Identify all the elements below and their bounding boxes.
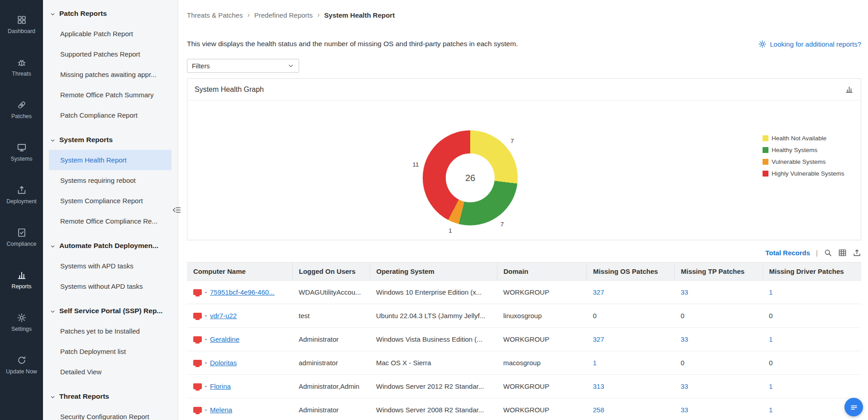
sidebar-item-detailed-view[interactable]: Detailed View xyxy=(49,362,172,382)
donut-ring[interactable]: 26 xyxy=(423,130,518,225)
missing-patches-link[interactable]: 327 xyxy=(593,335,604,343)
missing-patches-link[interactable]: 1 xyxy=(769,382,773,390)
sidebar-item-system-health-report[interactable]: System Health Report xyxy=(49,150,172,170)
filters-dropdown[interactable]: Filters xyxy=(187,59,299,73)
column-header-operating-system[interactable]: Operating System xyxy=(370,262,497,281)
column-header-domain[interactable]: Domain xyxy=(497,262,587,281)
table-header: Computer NameLogged On UsersOperating Sy… xyxy=(187,262,861,281)
missing-patches-link[interactable]: 33 xyxy=(681,335,688,343)
legend-swatch xyxy=(763,171,768,177)
missing-patches-link[interactable]: 1 xyxy=(769,335,773,343)
sidebar-section-self-service-portal-ssp-rep: Self Service Portal (SSP) Rep...Patches … xyxy=(43,305,178,382)
sidebar-item-systems-without-apd-tasks[interactable]: Systems without APD tasks xyxy=(49,276,172,296)
section-title: Self Service Portal (SSP) Rep... xyxy=(59,307,162,315)
sidebar-item-systems-with-apd-tasks[interactable]: Systems with APD tasks xyxy=(49,256,172,276)
sidebar-section-system-reports: System ReportsSystem Health ReportSystem… xyxy=(43,134,178,231)
search-icon[interactable] xyxy=(824,248,832,257)
caret-down-icon[interactable] xyxy=(205,363,207,365)
column-header-missing-tp-patches[interactable]: Missing TP Patches xyxy=(674,262,763,281)
section-header-system-reports[interactable]: System Reports xyxy=(43,134,178,146)
chat-fab[interactable] xyxy=(844,398,863,416)
missing-patches-link[interactable]: 327 xyxy=(593,288,604,296)
nav-item-deployment[interactable]: Deployment xyxy=(0,174,43,216)
sidebar-item-security-configuration-report[interactable]: Security Configuration Report xyxy=(49,406,172,420)
computer-icon xyxy=(193,360,202,366)
breadcrumb-item-threats-patches[interactable]: Threats & Patches xyxy=(187,11,243,19)
page-description: This view displays the health status and… xyxy=(187,40,518,48)
computer-icon xyxy=(193,407,202,413)
caret-down-icon[interactable] xyxy=(205,315,207,318)
computer-name-link[interactable]: Florina xyxy=(210,382,231,390)
section-title: Automate Patch Deploymen... xyxy=(59,242,158,250)
section-header-patch-reports[interactable]: Patch Reports xyxy=(43,7,178,20)
missing-patches-value: 0 xyxy=(681,359,684,367)
column-header-missing-os-patches[interactable]: Missing OS Patches xyxy=(587,262,674,281)
legend-label: Healthy Systems xyxy=(772,147,817,153)
domain-value: WORKGROUP xyxy=(503,288,549,296)
column-header-missing-driver-patches[interactable]: Missing Driver Patches xyxy=(763,262,861,281)
computer-name-link[interactable]: Geraldine xyxy=(210,335,239,343)
dashboard-icon xyxy=(17,15,27,25)
sidebar-item-supported-patches-report[interactable]: Supported Patches Report xyxy=(49,44,172,64)
additional-reports-link[interactable]: Looking for additional reports? xyxy=(758,40,861,48)
chart-type-icon[interactable] xyxy=(845,85,854,94)
nav-item-label: Settings xyxy=(11,326,32,332)
systems-icon xyxy=(17,143,27,153)
breadcrumb-item-predefined-reports[interactable]: Predefined Reports xyxy=(254,11,313,19)
computer-name-link[interactable]: 75951bcf-4e96-460... xyxy=(210,288,275,296)
section-header-automate-patch-deploymen[interactable]: Automate Patch Deploymen... xyxy=(43,239,178,252)
computer-name-link[interactable]: Melena xyxy=(210,406,232,414)
column-header-logged-on-users[interactable]: Logged On Users xyxy=(292,262,370,281)
computer-name-link[interactable]: vdr7-u22 xyxy=(210,312,237,320)
nav-item-patches[interactable]: Patches xyxy=(0,89,43,131)
sidebar-item-system-compliance-report[interactable]: System Compliance Report xyxy=(49,191,172,211)
missing-patches-link[interactable]: 1 xyxy=(593,359,596,367)
table-row: GeraldineAdministratorWindows Vista Busi… xyxy=(187,328,861,351)
nav-item-label: Systems xyxy=(11,156,33,162)
caret-down-icon[interactable] xyxy=(205,410,207,412)
computer-icon xyxy=(193,289,202,295)
export-icon[interactable] xyxy=(853,248,861,257)
caret-down-icon[interactable] xyxy=(205,386,207,389)
sidebar-item-missing-patches-awaiting-appr[interactable]: Missing patches awaiting appr... xyxy=(49,64,172,85)
nav-item-compliance[interactable]: Compliance xyxy=(0,216,43,259)
sidebar-item-patch-compliance-report[interactable]: Patch Compliance Report xyxy=(49,105,172,125)
legend-item-health-not-available: Health Not Available xyxy=(763,135,844,142)
sidebar-item-remote-office-patch-summary[interactable]: Remote Office Patch Summary xyxy=(49,85,172,105)
nav-item-reports[interactable]: Reports xyxy=(0,259,43,301)
table-view-icon[interactable] xyxy=(838,248,847,257)
sidebar-item-patches-yet-to-be-installed[interactable]: Patches yet to be Installed xyxy=(49,321,172,341)
caret-down-icon[interactable] xyxy=(205,339,207,342)
total-records-link[interactable]: Total Records xyxy=(765,249,810,257)
missing-patches-link[interactable]: 1 xyxy=(769,288,773,296)
missing-patches-link[interactable]: 33 xyxy=(681,288,688,296)
missing-patches-link[interactable]: 258 xyxy=(593,406,604,414)
nav-item-update-now[interactable]: Update Now xyxy=(0,344,43,387)
nav-item-threats[interactable]: Threats xyxy=(0,46,43,89)
sidebar-item-patch-deployment-list[interactable]: Patch Deployment list xyxy=(49,341,172,362)
missing-patches-link[interactable]: 33 xyxy=(681,382,688,390)
missing-patches-value: 0 xyxy=(769,312,773,320)
section-header-self-service-portal-ssp-rep[interactable]: Self Service Portal (SSP) Rep... xyxy=(43,305,178,317)
collapse-sidebar-icon[interactable] xyxy=(172,205,182,215)
missing-patches-link[interactable]: 33 xyxy=(681,406,688,414)
legend-swatch xyxy=(763,159,768,165)
missing-patches-value: 0 xyxy=(769,359,773,367)
missing-patches-link[interactable]: 313 xyxy=(593,382,604,390)
nav-item-systems[interactable]: Systems xyxy=(0,131,43,174)
caret-down-icon[interactable] xyxy=(205,292,207,295)
missing-patches-link[interactable]: 1 xyxy=(769,406,773,414)
section-header-threat-reports[interactable]: Threat Reports xyxy=(43,390,178,403)
sidebar-item-systems-requiring-reboot[interactable]: Systems requiring reboot xyxy=(49,170,172,191)
computer-name-link[interactable]: Doloritas xyxy=(210,359,237,367)
nav-item-settings[interactable]: Settings xyxy=(0,301,43,344)
sidebar-item-remote-office-compliance-re[interactable]: Remote Office Compliance Re... xyxy=(49,211,172,231)
panel-title: System Health Graph xyxy=(195,86,264,94)
operating-system-value: Mac OS X - Sierra xyxy=(376,359,431,367)
column-header-computer-name[interactable]: Computer Name xyxy=(187,262,292,281)
breadcrumb-separator: › xyxy=(317,11,320,19)
settings-icon xyxy=(17,313,27,323)
nav-item-dashboard[interactable]: Dashboard xyxy=(0,4,43,46)
sidebar-item-applicable-patch-report[interactable]: Applicable Patch Report xyxy=(49,24,172,44)
sidebar-section-patch-reports: Patch ReportsApplicable Patch ReportSupp… xyxy=(43,7,178,125)
